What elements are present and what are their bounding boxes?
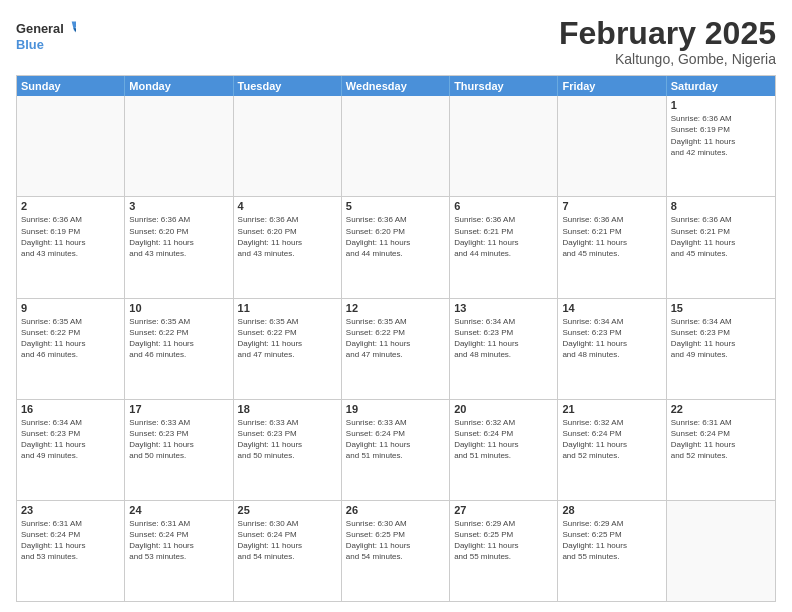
day-info: Sunrise: 6:29 AM Sunset: 6:25 PM Dayligh… (562, 518, 661, 563)
day-number: 7 (562, 200, 661, 212)
logo-svg: General Blue (16, 16, 76, 56)
cal-cell: 11Sunrise: 6:35 AM Sunset: 6:22 PM Dayli… (234, 299, 342, 399)
day-info: Sunrise: 6:36 AM Sunset: 6:19 PM Dayligh… (21, 214, 120, 259)
day-info: Sunrise: 6:36 AM Sunset: 6:19 PM Dayligh… (671, 113, 771, 158)
week-row-3: 9Sunrise: 6:35 AM Sunset: 6:22 PM Daylig… (17, 298, 775, 399)
day-number: 6 (454, 200, 553, 212)
day-number: 3 (129, 200, 228, 212)
day-info: Sunrise: 6:30 AM Sunset: 6:25 PM Dayligh… (346, 518, 445, 563)
day-number: 4 (238, 200, 337, 212)
day-info: Sunrise: 6:36 AM Sunset: 6:21 PM Dayligh… (671, 214, 771, 259)
cal-cell (450, 96, 558, 196)
header-day-wednesday: Wednesday (342, 76, 450, 96)
day-info: Sunrise: 6:33 AM Sunset: 6:24 PM Dayligh… (346, 417, 445, 462)
cal-cell: 12Sunrise: 6:35 AM Sunset: 6:22 PM Dayli… (342, 299, 450, 399)
day-info: Sunrise: 6:36 AM Sunset: 6:20 PM Dayligh… (238, 214, 337, 259)
day-number: 21 (562, 403, 661, 415)
cal-cell (125, 96, 233, 196)
day-info: Sunrise: 6:33 AM Sunset: 6:23 PM Dayligh… (238, 417, 337, 462)
day-info: Sunrise: 6:36 AM Sunset: 6:21 PM Dayligh… (454, 214, 553, 259)
cal-cell: 8Sunrise: 6:36 AM Sunset: 6:21 PM Daylig… (667, 197, 775, 297)
day-number: 28 (562, 504, 661, 516)
cal-cell: 26Sunrise: 6:30 AM Sunset: 6:25 PM Dayli… (342, 501, 450, 601)
cal-cell: 19Sunrise: 6:33 AM Sunset: 6:24 PM Dayli… (342, 400, 450, 500)
day-number: 18 (238, 403, 337, 415)
day-info: Sunrise: 6:34 AM Sunset: 6:23 PM Dayligh… (21, 417, 120, 462)
header-day-thursday: Thursday (450, 76, 558, 96)
cal-cell: 5Sunrise: 6:36 AM Sunset: 6:20 PM Daylig… (342, 197, 450, 297)
cal-cell (342, 96, 450, 196)
cal-cell (558, 96, 666, 196)
day-info: Sunrise: 6:35 AM Sunset: 6:22 PM Dayligh… (21, 316, 120, 361)
subtitle: Kaltungo, Gombe, Nigeria (559, 51, 776, 67)
day-info: Sunrise: 6:35 AM Sunset: 6:22 PM Dayligh… (238, 316, 337, 361)
day-number: 16 (21, 403, 120, 415)
day-number: 25 (238, 504, 337, 516)
header-day-tuesday: Tuesday (234, 76, 342, 96)
day-number: 26 (346, 504, 445, 516)
day-info: Sunrise: 6:30 AM Sunset: 6:24 PM Dayligh… (238, 518, 337, 563)
day-number: 5 (346, 200, 445, 212)
day-number: 1 (671, 99, 771, 111)
day-number: 23 (21, 504, 120, 516)
cal-cell: 9Sunrise: 6:35 AM Sunset: 6:22 PM Daylig… (17, 299, 125, 399)
cal-cell (667, 501, 775, 601)
cal-cell: 27Sunrise: 6:29 AM Sunset: 6:25 PM Dayli… (450, 501, 558, 601)
cal-cell: 4Sunrise: 6:36 AM Sunset: 6:20 PM Daylig… (234, 197, 342, 297)
day-number: 10 (129, 302, 228, 314)
day-number: 8 (671, 200, 771, 212)
cal-cell: 2Sunrise: 6:36 AM Sunset: 6:19 PM Daylig… (17, 197, 125, 297)
day-number: 24 (129, 504, 228, 516)
cal-cell: 22Sunrise: 6:31 AM Sunset: 6:24 PM Dayli… (667, 400, 775, 500)
header-day-saturday: Saturday (667, 76, 775, 96)
day-number: 17 (129, 403, 228, 415)
day-number: 2 (21, 200, 120, 212)
day-info: Sunrise: 6:36 AM Sunset: 6:20 PM Dayligh… (346, 214, 445, 259)
cal-cell (234, 96, 342, 196)
day-number: 11 (238, 302, 337, 314)
cal-cell: 15Sunrise: 6:34 AM Sunset: 6:23 PM Dayli… (667, 299, 775, 399)
cal-cell (17, 96, 125, 196)
cal-cell: 1Sunrise: 6:36 AM Sunset: 6:19 PM Daylig… (667, 96, 775, 196)
day-info: Sunrise: 6:32 AM Sunset: 6:24 PM Dayligh… (562, 417, 661, 462)
cal-cell: 13Sunrise: 6:34 AM Sunset: 6:23 PM Dayli… (450, 299, 558, 399)
cal-cell: 16Sunrise: 6:34 AM Sunset: 6:23 PM Dayli… (17, 400, 125, 500)
day-info: Sunrise: 6:29 AM Sunset: 6:25 PM Dayligh… (454, 518, 553, 563)
day-info: Sunrise: 6:36 AM Sunset: 6:20 PM Dayligh… (129, 214, 228, 259)
day-info: Sunrise: 6:34 AM Sunset: 6:23 PM Dayligh… (562, 316, 661, 361)
cal-cell: 7Sunrise: 6:36 AM Sunset: 6:21 PM Daylig… (558, 197, 666, 297)
month-title: February 2025 (559, 16, 776, 51)
header-day-sunday: Sunday (17, 76, 125, 96)
cal-cell: 10Sunrise: 6:35 AM Sunset: 6:22 PM Dayli… (125, 299, 233, 399)
day-number: 12 (346, 302, 445, 314)
day-number: 13 (454, 302, 553, 314)
day-info: Sunrise: 6:36 AM Sunset: 6:21 PM Dayligh… (562, 214, 661, 259)
day-info: Sunrise: 6:34 AM Sunset: 6:23 PM Dayligh… (454, 316, 553, 361)
day-info: Sunrise: 6:34 AM Sunset: 6:23 PM Dayligh… (671, 316, 771, 361)
day-info: Sunrise: 6:35 AM Sunset: 6:22 PM Dayligh… (129, 316, 228, 361)
day-info: Sunrise: 6:31 AM Sunset: 6:24 PM Dayligh… (129, 518, 228, 563)
page: General Blue February 2025 Kaltungo, Gom… (0, 0, 792, 612)
calendar-header: SundayMondayTuesdayWednesdayThursdayFrid… (17, 76, 775, 96)
week-row-1: 1Sunrise: 6:36 AM Sunset: 6:19 PM Daylig… (17, 96, 775, 196)
header-day-friday: Friday (558, 76, 666, 96)
week-row-4: 16Sunrise: 6:34 AM Sunset: 6:23 PM Dayli… (17, 399, 775, 500)
cal-cell: 28Sunrise: 6:29 AM Sunset: 6:25 PM Dayli… (558, 501, 666, 601)
cal-cell: 20Sunrise: 6:32 AM Sunset: 6:24 PM Dayli… (450, 400, 558, 500)
week-row-2: 2Sunrise: 6:36 AM Sunset: 6:19 PM Daylig… (17, 196, 775, 297)
day-number: 9 (21, 302, 120, 314)
cal-cell: 23Sunrise: 6:31 AM Sunset: 6:24 PM Dayli… (17, 501, 125, 601)
day-info: Sunrise: 6:32 AM Sunset: 6:24 PM Dayligh… (454, 417, 553, 462)
cal-cell: 17Sunrise: 6:33 AM Sunset: 6:23 PM Dayli… (125, 400, 233, 500)
cal-cell: 14Sunrise: 6:34 AM Sunset: 6:23 PM Dayli… (558, 299, 666, 399)
day-info: Sunrise: 6:33 AM Sunset: 6:23 PM Dayligh… (129, 417, 228, 462)
day-info: Sunrise: 6:31 AM Sunset: 6:24 PM Dayligh… (21, 518, 120, 563)
day-info: Sunrise: 6:35 AM Sunset: 6:22 PM Dayligh… (346, 316, 445, 361)
day-number: 20 (454, 403, 553, 415)
cal-cell: 25Sunrise: 6:30 AM Sunset: 6:24 PM Dayli… (234, 501, 342, 601)
day-number: 19 (346, 403, 445, 415)
header-day-monday: Monday (125, 76, 233, 96)
day-number: 22 (671, 403, 771, 415)
calendar-body: 1Sunrise: 6:36 AM Sunset: 6:19 PM Daylig… (17, 96, 775, 601)
logo: General Blue (16, 16, 76, 56)
